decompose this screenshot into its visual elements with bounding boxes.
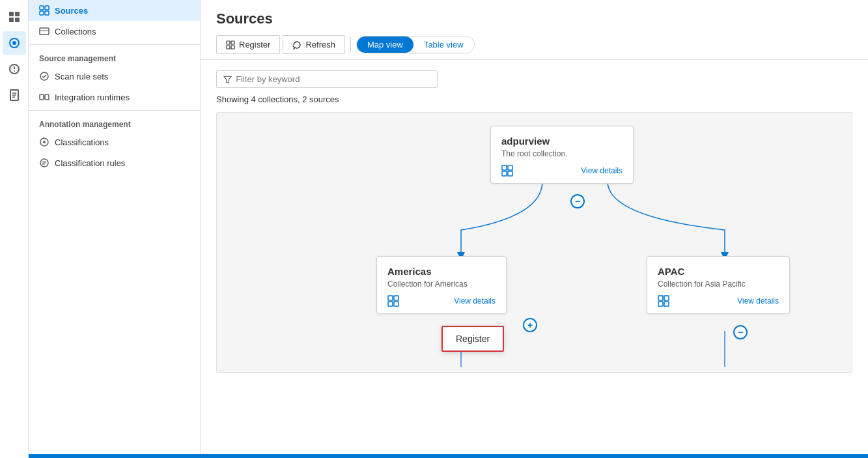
nav-policy-icon[interactable] <box>3 83 26 107</box>
sidebar-item-collections[interactable]: Collections <box>29 21 200 42</box>
americas-grid-icon <box>387 295 399 307</box>
table-view-button[interactable]: Table view <box>413 36 474 53</box>
svg-point-24 <box>43 141 46 143</box>
sidebar-item-integration-runtimes[interactable]: Integration runtimes <box>29 87 200 107</box>
svg-rect-1 <box>15 12 20 16</box>
sources-icon <box>39 5 49 16</box>
map-area[interactable]: adpurview The root collection. View deta… <box>216 112 852 373</box>
svg-rect-20 <box>40 94 44 100</box>
svg-rect-17 <box>40 28 49 35</box>
classifications-label: Classifications <box>55 137 109 147</box>
svg-rect-21 <box>45 94 49 100</box>
root-view-details-link[interactable]: View details <box>581 166 623 175</box>
americas-view-details-link[interactable]: View details <box>454 296 496 306</box>
filter-icon <box>223 75 232 84</box>
main-body: Showing 4 collections, 2 sources <box>201 60 868 458</box>
apac-card: APAC Collection for Asia Pacific View de… <box>647 256 790 314</box>
sidebar-item-sources[interactable]: Sources <box>29 0 200 21</box>
svg-rect-37 <box>508 165 512 170</box>
integration-icon <box>39 92 49 102</box>
svg-rect-16 <box>45 11 49 15</box>
svg-marker-33 <box>224 76 231 82</box>
svg-rect-13 <box>40 6 44 10</box>
root-collapse-button[interactable]: − <box>570 194 585 208</box>
classification-rules-icon <box>39 158 49 168</box>
classifications-icon <box>39 137 49 147</box>
register-popup[interactable]: Register <box>441 326 504 352</box>
classification-rules-label: Classification rules <box>55 158 125 168</box>
svg-rect-36 <box>502 165 507 170</box>
nav-home-icon[interactable] <box>3 5 26 29</box>
americas-card-desc: Collection for Americas <box>387 279 496 289</box>
svg-point-8 <box>14 70 15 72</box>
register-button[interactable]: Register <box>216 35 280 54</box>
apac-grid-icon <box>658 295 669 307</box>
svg-rect-39 <box>508 171 512 176</box>
svg-rect-0 <box>9 12 14 16</box>
nav-catalog-icon[interactable] <box>3 31 26 55</box>
divider-1 <box>29 44 200 45</box>
nav-icons-column <box>0 0 29 458</box>
root-card-desc: The root collection. <box>501 149 623 158</box>
collections-icon <box>39 26 49 36</box>
scan-rule-icon <box>39 71 49 81</box>
filter-keyword-input[interactable] <box>236 74 430 84</box>
americas-card-footer: View details <box>387 295 496 307</box>
sidebar-item-scan-rule-sets[interactable]: Scan rule sets <box>29 66 200 87</box>
filter-bar <box>216 70 852 88</box>
svg-rect-2 <box>9 18 14 22</box>
showing-text: Showing 4 collections, 2 sources <box>216 94 852 104</box>
register-popup-label: Register <box>456 334 490 344</box>
svg-rect-40 <box>388 296 393 300</box>
svg-rect-15 <box>40 11 44 15</box>
americas-card: Americas Collection for Americas View de… <box>376 256 507 314</box>
svg-rect-32 <box>231 46 234 49</box>
sidebar-item-classification-rules[interactable]: Classification rules <box>29 152 200 173</box>
svg-rect-3 <box>15 18 20 22</box>
svg-rect-43 <box>394 302 399 306</box>
root-card-footer: View details <box>501 165 623 177</box>
svg-point-5 <box>12 41 16 45</box>
svg-rect-47 <box>664 302 669 306</box>
nav-insights-icon[interactable] <box>3 57 26 81</box>
root-grid-icon <box>501 165 513 177</box>
apac-card-title: APAC <box>658 266 779 277</box>
page-header: Sources Register Refresh Ma <box>201 0 868 60</box>
source-management-header: Source management <box>29 48 200 66</box>
scan-rule-sets-label: Scan rule sets <box>55 72 108 81</box>
view-toggle: Map view Table view <box>356 36 475 53</box>
refresh-button[interactable]: Refresh <box>283 35 345 54</box>
svg-rect-42 <box>388 302 393 306</box>
register-icon <box>226 40 235 50</box>
americas-expand-button[interactable]: + <box>523 318 537 332</box>
toolbar-divider <box>350 37 351 53</box>
svg-rect-31 <box>227 46 230 49</box>
svg-rect-14 <box>45 6 49 10</box>
sidebar-item-classifications[interactable]: Classifications <box>29 132 200 152</box>
sidebar: Sources Collections Source management Sc… <box>29 0 201 458</box>
sources-label: Sources <box>55 6 88 16</box>
divider-2 <box>29 110 200 111</box>
filter-input-container[interactable] <box>216 70 438 88</box>
collections-label: Collections <box>55 27 96 36</box>
apac-collapse-button[interactable]: − <box>733 325 748 339</box>
root-collection-card: adpurview The root collection. View deta… <box>490 126 634 184</box>
root-card-title: adpurview <box>501 136 623 147</box>
svg-rect-30 <box>231 41 234 44</box>
apac-card-desc: Collection for Asia Pacific <box>658 279 779 289</box>
annotation-management-header: Annotation management <box>29 113 200 132</box>
apac-card-footer: View details <box>658 295 779 307</box>
apac-view-details-link[interactable]: View details <box>737 296 779 306</box>
americas-card-title: Americas <box>387 266 496 277</box>
svg-rect-38 <box>502 171 507 176</box>
main-content: Sources Register Refresh Ma <box>201 0 868 458</box>
bottom-bar <box>0 454 868 458</box>
integration-runtimes-label: Integration runtimes <box>55 93 130 102</box>
toolbar: Register Refresh Map view Table view <box>216 35 852 59</box>
map-view-button[interactable]: Map view <box>357 36 413 53</box>
refresh-icon <box>292 40 301 50</box>
page-title: Sources <box>216 10 852 27</box>
svg-rect-45 <box>664 296 669 300</box>
svg-rect-29 <box>227 41 230 44</box>
svg-rect-46 <box>658 302 663 306</box>
